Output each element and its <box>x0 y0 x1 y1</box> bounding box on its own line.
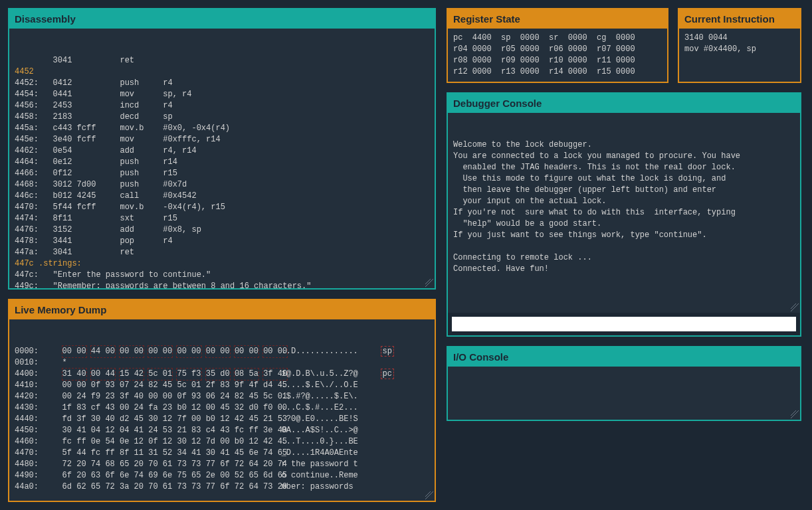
io-console-title: I/O Console <box>448 347 800 367</box>
io-console-panel: I/O Console <box>447 346 801 421</box>
memdump-hex: fc ff 0e 54 0e 12 0f 12 30 12 7d 00 b0 1… <box>48 436 267 448</box>
register-state-title: Register State <box>448 9 667 29</box>
memdump-tag: pc <box>367 369 393 380</box>
memdump-addr: 4430: <box>15 402 48 414</box>
disasm-line: 4468: 3012 7d00 push #0x7d <box>15 179 429 191</box>
disasm-line: 4470: 5f44 fcff mov.b -0x4(r4), r15 <box>15 202 429 213</box>
debugger-input-row <box>448 313 800 335</box>
memdump-row: 4410: 00 00 0f 93 07 24 82 45 5c 01 2f 8… <box>15 380 429 391</box>
memdump-hex: 1f 83 cf 43 00 24 fa 23 b0 12 00 45 32 d… <box>48 402 267 414</box>
memdump-addr: 4480: <box>15 459 48 470</box>
disasm-line: 4476: 3152 add #0x8, sp <box>15 224 429 236</box>
current-instruction-panel: Current Instruction 3140 0044 mov #0x440… <box>678 8 801 83</box>
memdump-hex: 6d 62 65 72 3a 20 70 61 73 73 77 6f 72 6… <box>48 481 267 493</box>
disasm-label: 4452 <box>15 66 429 78</box>
memdump-ascii: mber: passwords <box>267 481 367 493</box>
memdump-ascii: r the password t <box>267 459 367 470</box>
top-right-group: Register State pc 4400 sp 0000 sr 0000 c… <box>447 8 801 83</box>
memdump-row: 4430: 1f 83 cf 43 00 24 fa 23 b0 12 00 4… <box>15 402 429 414</box>
memdump-addr: 4460: <box>15 436 48 448</box>
register-state-body: pc 4400 sp 0000 sr 0000 cg 0000 r04 0000… <box>448 29 667 82</box>
memdump-hex: 5f 44 fc ff 8f 11 31 52 34 41 30 41 45 6… <box>48 448 267 459</box>
debugger-console-panel: Debugger Console Welcome to the lock deb… <box>447 92 801 337</box>
disasm-label: 447c .strings: <box>15 258 429 270</box>
memdump-row: 4490: 6f 20 63 6f 6e 74 69 6e 75 65 2e 0… <box>15 470 429 481</box>
memdump-row: 4480: 72 20 74 68 65 20 70 61 73 73 77 6… <box>15 459 429 470</box>
disassembly-panel: Disassembly 3041 ret 4452 4452: 0412 pus… <box>8 8 436 290</box>
memdump-row: 0010: * <box>15 357 429 369</box>
memdump-tag <box>367 414 393 425</box>
memdump-ascii: .$.#?@.....$.E\. <box>267 391 367 402</box>
memdump-addr: 4450: <box>15 425 48 436</box>
memdump-addr: 4490: <box>15 470 48 481</box>
memdump-ascii: .?0@.E0.....BE!S <box>267 414 367 425</box>
memdump-row: 4470: 5f 44 fc ff 8f 11 31 52 34 41 30 4… <box>15 448 429 459</box>
disasm-string: 449c: "Remember: passwords are between 8… <box>15 281 429 288</box>
memory-dump-body[interactable]: 0000: 00 00 44 00 00 00 00 00 00 00 00 0… <box>9 319 435 501</box>
debugger-input[interactable] <box>452 317 796 331</box>
disasm-line: 3041 ret <box>15 55 429 66</box>
memdump-addr: 0010: <box>15 357 48 369</box>
memdump-tag <box>367 436 393 448</box>
memdump-row: 0000: 00 00 44 00 00 00 00 00 00 00 00 0… <box>15 346 429 357</box>
memdump-ascii: o continue..Reme <box>267 470 367 481</box>
resize-handle[interactable] <box>425 279 433 287</box>
memdump-tag <box>367 459 393 470</box>
memdump-tag <box>367 425 393 436</box>
memdump-ascii: ..D............. <box>267 346 367 357</box>
disasm-line: 4478: 3441 pop r4 <box>15 236 429 247</box>
memdump-row: 4460: fc ff 0e 54 0e 12 0f 12 30 12 7d 0… <box>15 436 429 448</box>
memdump-addr: 4440: <box>15 414 48 425</box>
memdump-tag <box>367 448 393 459</box>
memdump-row: 4400: 31 40 00 44 15 42 5c 01 75 f3 35 d… <box>15 369 429 380</box>
disasm-line: 446c: b012 4245 call #0x4542 <box>15 191 429 202</box>
memdump-ascii: ...C.$.#...E2... <box>267 402 367 414</box>
memdump-tag <box>367 481 393 493</box>
disasm-line: 445e: 3e40 fcff mov #0xfffc, r14 <box>15 134 429 145</box>
disasm-line: 4452: 0412 push r4 <box>15 78 429 89</box>
memdump-hex: 30 41 04 12 04 41 24 53 21 83 c4 43 fc f… <box>48 425 267 436</box>
disassembly-body[interactable]: 3041 ret 4452 4452: 0412 push r44454: 04… <box>9 29 435 288</box>
left-column: Disassembly 3041 ret 4452 4452: 0412 pus… <box>8 8 436 502</box>
memdump-ascii: _D....1R4A0AEnte <box>267 448 367 459</box>
disasm-line: 4464: 0e12 push r14 <box>15 157 429 168</box>
resize-handle[interactable] <box>425 491 433 499</box>
register-state-panel: Register State pc 4400 sp 0000 sr 0000 c… <box>447 8 668 83</box>
memdump-hex: 6f 20 63 6f 6e 74 69 6e 75 65 2e 00 52 6… <box>48 470 267 481</box>
memdump-hex: * <box>48 357 267 369</box>
memdump-hex: 00 00 44 00 00 00 00 00 00 00 00 00 00 0… <box>48 346 267 357</box>
memdump-tag <box>367 357 393 369</box>
memdump-addr: 44a0: <box>15 481 48 493</box>
resize-handle[interactable] <box>791 410 799 418</box>
disasm-line: 4474: 8f11 sxt r15 <box>15 213 429 224</box>
memdump-addr: 0000: <box>15 346 48 357</box>
disasm-line: 4462: 0e54 add r4, r14 <box>15 145 429 157</box>
memdump-hex: 72 20 74 68 65 20 70 61 73 73 77 6f 72 6… <box>48 459 267 470</box>
disasm-line: 4454: 0441 mov sp, r4 <box>15 89 429 100</box>
disassembly-title: Disassembly <box>9 9 435 29</box>
io-console-body[interactable] <box>448 367 800 420</box>
memory-dump-title: Live Memory Dump <box>9 300 435 319</box>
memdump-addr: 4400: <box>15 369 48 380</box>
disasm-string: 447c: "Enter the password to continue." <box>15 270 429 281</box>
curins-asm: mov #0x4400, sp <box>684 44 756 54</box>
memdump-hex: 00 00 0f 93 07 24 82 45 5c 01 2f 83 9f 4… <box>48 380 267 391</box>
memdump-ascii: .....$.E\./..O.E <box>267 380 367 391</box>
current-instruction-body: 3140 0044 mov #0x4400, sp <box>679 29 800 82</box>
resize-handle[interactable] <box>791 303 799 311</box>
disasm-line: 4466: 0f12 push r15 <box>15 168 429 179</box>
right-column: Register State pc 4400 sp 0000 sr 0000 c… <box>447 8 801 502</box>
current-instruction-title: Current Instruction <box>679 9 800 29</box>
debugger-console-body[interactable]: Welcome to the lock debugger. You are co… <box>448 113 800 313</box>
memdump-tag <box>367 380 393 391</box>
disasm-line: 445a: c443 fcff mov.b #0x0, -0x4(r4) <box>15 123 429 134</box>
debugger-console-text: Welcome to the lock debugger. You are co… <box>453 139 795 275</box>
memdump-ascii: 0A...A$S!..C..>@ <box>267 425 367 436</box>
disasm-line: 447a: 3041 ret <box>15 247 429 258</box>
curins-hex: 3140 0044 <box>684 33 728 42</box>
disasm-line: 4456: 2453 incd r4 <box>15 100 429 112</box>
memdump-row: 44a0: 6d 62 65 72 3a 20 70 61 73 73 77 6… <box>15 481 429 493</box>
memdump-addr: 4470: <box>15 448 48 459</box>
memdump-hex: fd 3f 30 40 d2 45 30 12 7f 00 b0 12 42 4… <box>48 414 267 425</box>
memdump-row: 4450: 30 41 04 12 04 41 24 53 21 83 c4 4… <box>15 425 429 436</box>
